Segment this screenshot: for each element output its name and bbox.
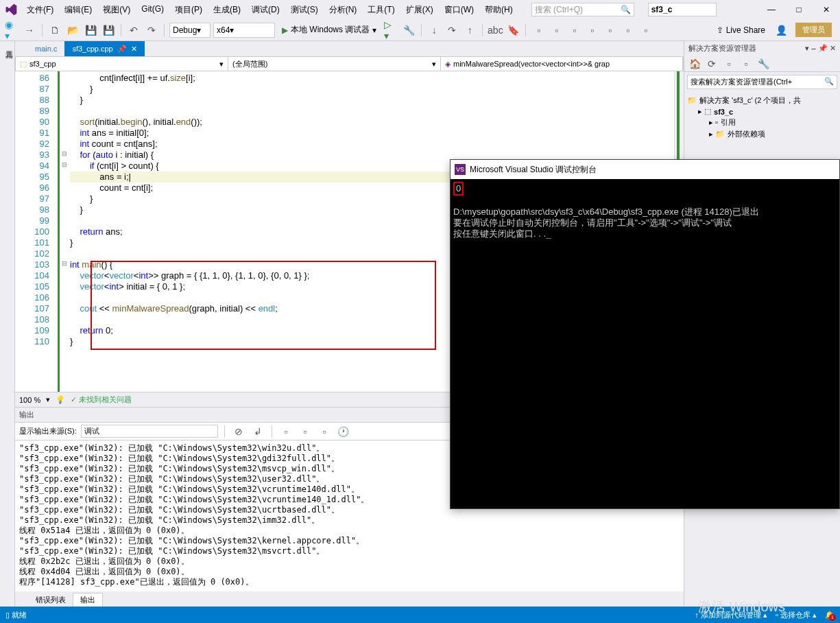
admin-badge: 管理员	[795, 23, 832, 37]
maximize-button[interactable]: □	[785, 0, 813, 19]
show-all-icon[interactable]: ▫	[721, 56, 736, 71]
main-toolbar: ◉ ▾ → 🗋 📂 💾 💾 ↶ ↷ Debug ▾ x64 ▾ ▶本地 Wind…	[0, 19, 840, 41]
debug-console-window: VS Microsoft Visual Studio 调试控制台 0 D:\my…	[450, 159, 840, 509]
t7-icon[interactable]: ▫	[638, 23, 653, 38]
nav-back-button[interactable]: ◉ ▾	[4, 23, 19, 38]
console-result: 0	[453, 182, 464, 196]
console-output[interactable]: 0 D:\mysetup\gopath\src\dsy\sf3_c\x64\De…	[451, 179, 839, 508]
open-icon[interactable]: 📂	[65, 23, 80, 38]
menu-view[interactable]: 视图(V)	[98, 1, 135, 19]
menu-window[interactable]: 窗口(W)	[440, 1, 479, 19]
console-title-bar[interactable]: VS Microsoft Visual Studio 调试控制台	[451, 160, 839, 179]
console-icon: VS	[455, 164, 466, 175]
props-icon[interactable]: 🔧	[756, 56, 771, 71]
bottom-tabs: 错误列表 输出	[15, 591, 684, 607]
out-clear-icon[interactable]: ⊘	[231, 424, 246, 439]
t6-icon[interactable]: ▫	[620, 23, 635, 38]
t5-icon[interactable]: ▫	[602, 23, 617, 38]
lightbulb-icon[interactable]: 💡	[56, 395, 65, 404]
status-bar: ▯ 就绪 ↑ 添加到源代码管理 ▴ ▫ 选择仓库 ▴ 🔔1	[0, 607, 840, 623]
solution-search[interactable]: 搜索解决方案资源管理器(Ctrl+🔍	[687, 75, 837, 89]
out-b1-icon[interactable]: ▫	[278, 424, 293, 439]
notification-bell-icon[interactable]: 🔔1	[825, 611, 835, 620]
out-clock-icon[interactable]: 🕐	[336, 424, 351, 439]
no-issues-indicator[interactable]: ✓ 未找到相关问题	[71, 395, 132, 405]
tab-error-list[interactable]: 错误列表	[29, 593, 73, 607]
solution-explorer-title: 解决方案资源管理器▾ ‒ 📌 ✕	[684, 41, 840, 56]
tree-project[interactable]: ▸ ⬚ sf3_c	[687, 106, 837, 117]
out-wrap-icon[interactable]: ↲	[250, 424, 265, 439]
close-tab-icon[interactable]: ✕	[131, 45, 137, 54]
out-b2-icon[interactable]: ▫	[298, 424, 313, 439]
t1-icon[interactable]: ▫	[531, 23, 546, 38]
project-selector[interactable]: sf3_c	[648, 3, 717, 16]
out-b3-icon[interactable]: ▫	[317, 424, 332, 439]
home-icon[interactable]: 🏠	[687, 56, 702, 71]
minimize-button[interactable]: —	[758, 0, 785, 19]
solution-toolbar: 🏠 ⟳ ▫ ▫ 🔧	[684, 56, 840, 72]
platform-combo[interactable]: x64 ▾	[213, 23, 275, 38]
crumb-scope[interactable]: (全局范围)▾	[228, 57, 441, 71]
breadcrumb: ⬚sf3_cpp▾ (全局范围)▾ ◈minMalwareSpread(vect…	[15, 56, 684, 71]
tree-external[interactable]: ▸ 📁 外部依赖项	[687, 128, 837, 140]
crumb-function[interactable]: ◈minMalwareSpread(vector<vector<int>>& g…	[441, 57, 683, 71]
tree-references[interactable]: ▸ ▫ 引用	[687, 117, 837, 128]
menu-edit[interactable]: 编辑(E)	[60, 1, 97, 19]
redo-icon[interactable]: ↷	[144, 23, 159, 38]
tab-output[interactable]: 输出	[73, 593, 103, 607]
comment-icon[interactable]: abc	[488, 23, 503, 38]
new-project-icon[interactable]: 🗋	[47, 23, 62, 38]
method-icon: ◈	[445, 60, 451, 69]
output-source-combo[interactable]: 调试	[81, 425, 218, 438]
account-icon[interactable]: 👤	[773, 23, 789, 38]
crumb-project[interactable]: ⬚sf3_cpp▾	[16, 57, 228, 71]
bookmark-icon[interactable]: 🔖	[505, 23, 520, 38]
output-source-label: 显示输出来源(S):	[19, 426, 77, 436]
t2-icon[interactable]: ▫	[549, 23, 564, 38]
menu-project[interactable]: 项目(P)	[170, 1, 207, 19]
menu-file[interactable]: 文件(F)	[22, 1, 58, 19]
status-add-src[interactable]: ↑ 添加到源代码管理 ▴	[695, 610, 767, 620]
tab-sf3-cpp[interactable]: sf3_cpp.cpp📌✕	[64, 41, 144, 56]
config-combo[interactable]: Debug ▾	[169, 23, 211, 38]
step-into-icon[interactable]: ↓	[427, 23, 442, 38]
step-over-icon[interactable]: ↷	[444, 23, 459, 38]
pin-icon[interactable]: 📌	[117, 45, 127, 54]
save-all-icon[interactable]: 💾	[101, 23, 116, 38]
search-placeholder: 搜索 (Ctrl+Q)	[535, 4, 583, 16]
menu-ext[interactable]: 扩展(X)	[401, 1, 438, 19]
collapse-icon[interactable]: ▫	[739, 56, 754, 71]
debug-props-icon[interactable]: 🔧	[401, 23, 416, 38]
zoom-level[interactable]: 100 %	[19, 396, 40, 404]
t3-icon[interactable]: ▫	[566, 23, 581, 38]
start-debug-button[interactable]: ▶本地 Windows 调试器 ▾	[278, 23, 381, 38]
menu-tools[interactable]: 工具(T)	[363, 1, 399, 19]
fold-column[interactable]: ⊟⊟⊟	[62, 71, 70, 392]
menu-debug[interactable]: 调试(D)	[247, 1, 285, 19]
status-ready: ▯ 就绪	[5, 610, 27, 620]
tree-solution[interactable]: 📁 解决方案 'sf3_c' (2 个项目，共	[687, 95, 837, 106]
editor-tabs: main.c sf3_cpp.cpp📌✕	[15, 41, 684, 56]
step-out-icon[interactable]: ↑	[462, 23, 477, 38]
menu-help[interactable]: 帮助(H)	[480, 1, 518, 19]
cube-icon: ⬚	[20, 60, 27, 69]
save-icon[interactable]: 💾	[83, 23, 98, 38]
main-menu: 文件(F) 编辑(E) 视图(V) Git(G) 项目(P) 生成(B) 调试(…	[22, 1, 518, 19]
status-repo[interactable]: ▫ 选择仓库 ▴	[776, 610, 817, 620]
menu-git[interactable]: Git(G)	[136, 1, 169, 19]
sync-icon[interactable]: ⟳	[704, 56, 719, 71]
nav-fwd-button[interactable]: →	[22, 23, 37, 38]
toolbox-tab[interactable]: 工具箱	[0, 41, 15, 607]
vs-logo-icon	[4, 3, 18, 16]
change-margin	[56, 71, 62, 392]
live-share-button[interactable]: ⇪ Live Share	[711, 25, 771, 35]
undo-icon[interactable]: ↶	[126, 23, 141, 38]
menu-test[interactable]: 测试(S)	[286, 1, 323, 19]
menu-analyze[interactable]: 分析(N)	[324, 1, 362, 19]
search-input[interactable]: 搜索 (Ctrl+Q)🔍	[531, 3, 634, 16]
menu-build[interactable]: 生成(B)	[208, 1, 245, 19]
start-no-debug-icon[interactable]: ▷ ▾	[383, 23, 398, 38]
close-button[interactable]: ✕	[813, 0, 840, 19]
t4-icon[interactable]: ▫	[584, 23, 599, 38]
tab-main-c[interactable]: main.c	[27, 41, 64, 56]
